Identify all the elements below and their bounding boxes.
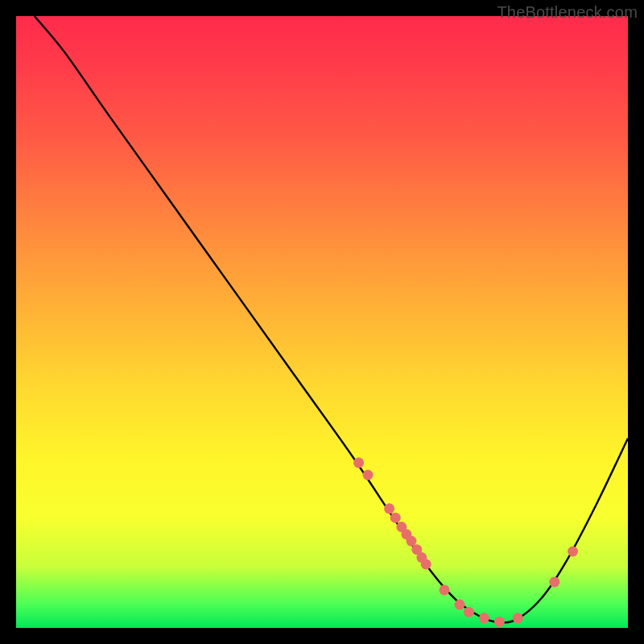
data-point <box>363 470 374 481</box>
data-point <box>440 584 450 595</box>
chart-svg <box>16 16 628 628</box>
data-point <box>353 457 364 468</box>
data-point <box>390 513 401 523</box>
data-point <box>464 607 474 617</box>
data-point <box>494 617 505 627</box>
data-point <box>479 613 489 623</box>
data-markers <box>353 457 578 627</box>
data-point <box>568 547 578 557</box>
data-point <box>421 559 431 569</box>
data-point <box>455 600 465 610</box>
data-point <box>406 536 416 547</box>
data-point <box>384 503 394 514</box>
bottleneck-curve <box>35 16 628 622</box>
data-point <box>513 613 523 623</box>
data-point <box>549 577 559 588</box>
